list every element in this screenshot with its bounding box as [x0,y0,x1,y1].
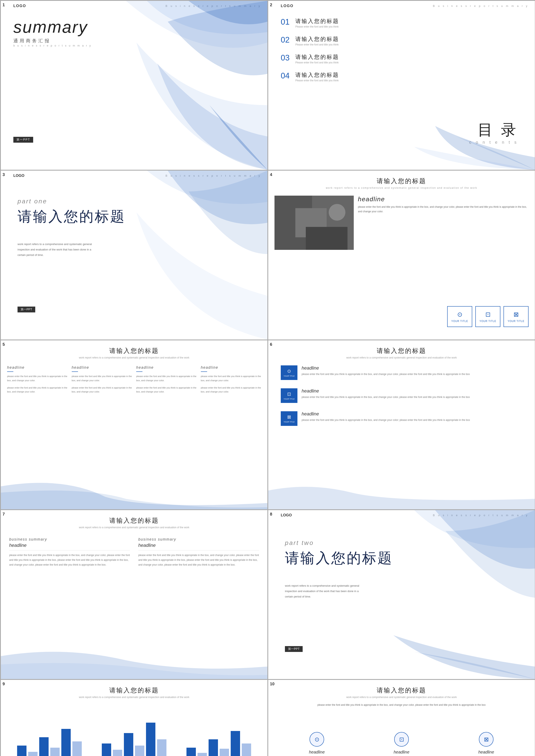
slide5-col1-headline: headline [7,365,68,370]
slide4-icon-1: ⊙ YOUR TITLE [447,306,472,327]
slide9-bar-3-4 [220,749,229,756]
slide4-icon-3: ⊠ YOUR TITLE [503,306,528,327]
slide4-icon-label-1: YOUR TITLE [451,320,468,322]
slide6-row3-text: headline please enter the font and title… [302,411,470,422]
slide2-menu-item-2: 02 请输入您的标题 Please enter the font and tit… [281,36,406,46]
slide5-col-1: headline please enter the font and title… [7,365,68,397]
slide9-title: 请输入您的标题 work report refers to a comprehe… [1,686,268,699]
slide9-barchart-2 [102,707,166,756]
slide-number-6: 6 [270,342,272,347]
slide2-menu-text-4: 请输入您的标题 Please enter the font and title … [296,71,339,82]
slide2-menu-text-1: 请输入您的标题 Please enter the font and title … [296,17,339,28]
slide-number-3: 3 [3,172,5,177]
slide2-menu: 01 请输入您的标题 Please enter the font and tit… [281,17,406,89]
slide6-row3-headline: headline [302,411,470,417]
slide10-title-cn: 请输入您的标题 [268,686,535,695]
slide-9: 9 请输入您的标题 work report refers to a compre… [1,680,268,756]
slide5-col1-text1: please enter the font and title you thin… [7,374,68,383]
slide8-desc: work report refers to a comprehensive an… [285,583,364,600]
slide-10: 10 请输入您的标题 work report refers to a compr… [268,680,535,756]
slide4-icon-sym-1: ⊙ [457,311,463,318]
slide5-col-2: headline please enter the font and title… [72,365,132,397]
slide6-row-1: ⊙ YOUR TITLE headline please enter the f… [281,365,522,380]
slide4-image [274,196,354,250]
slide2-menu-item-4: 04 请输入您的标题 Please enter the font and tit… [281,71,406,82]
slide9-bar-1-4 [50,748,60,756]
slide2-menu-num-3: 03 [281,53,296,62]
slide2-menu-cn-3: 请输入您的标题 [296,53,339,61]
slide9-bar-1-2 [28,752,38,756]
slide-3: 3 LOGO B u s i n e s s r e p o r t s u m… [1,171,268,340]
slide5-col2-divider [72,372,78,372]
slide6-row2-sym: ⊡ [287,391,291,397]
slide9-bar-3-3 [209,739,218,756]
slide6-title: 请输入您的标题 work report refers to a comprehe… [268,347,535,359]
slide4-desc: please enter the font and title you thin… [358,205,528,214]
slide2-menu-en-1: Please enter the font and title you thin… [296,25,339,28]
slide6-row1-headline: headline [302,365,470,371]
slide10-icon-circle-2: ⊡ [394,732,409,747]
slide2-menu-en-4: Please enter the font and title you thin… [296,79,339,82]
slide9-bar-2-1 [102,743,111,756]
slide5-col4-headline: headline [201,365,261,370]
slide2-menu-cn-2: 请输入您的标题 [296,36,339,43]
slide7-col1-summary: business summary [9,537,130,542]
slide6-row1-text: headline please enter the font and title… [302,365,470,376]
slide10-ic-headline-1: headline [309,750,325,755]
slide9-chart-1: headline b u s i n e s s r e p o r t s u… [9,707,90,756]
slide9-bar-1-3 [39,737,49,756]
slide2-mulu: 目 录 c o n t e n t s [469,120,518,145]
slide8-ppt-label: 第一PPT [285,646,303,652]
slide3-desc: work report refers to a comprehensive an… [17,241,97,258]
slide6-row1-sym: ⊙ [287,369,291,374]
slide7-title: 请输入您的标题 work report refers to a comprehe… [1,517,268,529]
slide4-icon-row: ⊙ YOUR TITLE ⊡ YOUR TITLE ⊠ YOUR TITLE [447,306,528,327]
slide1-ppt-label: 第一PPT [14,137,33,143]
slide3-header-subtitle: B u s i n e s s r e p o r t s u m m a r … [166,174,261,177]
slide3-part-label: part one [17,198,47,205]
slide5-col3-divider [136,372,142,372]
slide8-header-subtitle: B u s i n e s s r e p o r t s u m m a r … [433,514,528,517]
slide2-menu-text-2: 请输入您的标题 Please enter the font and title … [296,36,339,46]
slide7-cols: business summary headline please enter t… [9,537,259,567]
slide6-row3-lbl: YOUR TITLE [284,421,295,423]
slide8-header: LOGO B u s i n e s s r e p o r t s u m m… [281,513,528,518]
slide2-menu-cn-4: 请输入您的标题 [296,71,339,79]
slide9-title-cn: 请输入您的标题 [1,686,268,695]
slide4-title-cn: 请输入您的标题 [268,177,535,185]
slide10-title: 请输入您的标题 work report refers to a comprehe… [268,686,535,699]
slide5-col3-text2: please enter the font and title you thin… [136,386,197,394]
slide9-bar-2-2 [113,750,122,756]
slide9-bar-2-5 [146,723,155,756]
slide4-icon-2: ⊡ YOUR TITLE [475,306,500,327]
slide6-row2-icon: ⊡ YOUR TITLE [281,388,297,403]
slide10-title-en: work report refers to a comprehensive an… [268,696,535,699]
slide6-row-3: ⊠ YOUR TITLE headline please enter the f… [281,411,522,426]
slide5-col1-divider [7,372,14,372]
slide-4: 4 请输入您的标题 work report refers to a compre… [268,171,535,340]
slide3-ppt-label: 第一PPT [17,307,35,312]
slide2-menu-num-1: 01 [281,17,296,26]
slide5-col2-text2: please enter the font and title you thin… [72,386,132,394]
slide4-image-placeholder [274,196,354,250]
slide10-ic-headline-3: headline [478,750,494,755]
slide4-icon-label-3: YOUR TITLE [508,320,524,322]
slide6-row3-desc: please enter the font and title you thin… [302,418,470,422]
slide10-icon-circle-1: ⊙ [310,732,324,747]
slide5-col2-text1: please enter the font and title you thin… [72,374,132,383]
slide-number-5: 5 [3,342,5,347]
slide7-title-en: work report refers to a comprehensive an… [1,526,268,529]
slide5-col-3: headline please enter the font and title… [136,365,197,397]
slide-6: 6 请输入您的标题 work report refers to a compre… [268,340,535,509]
slide2-menu-cn-1: 请输入您的标题 [296,17,339,25]
slide7-col-2: business summary headline please enter t… [138,537,259,567]
slide9-chart-2: headline b u s i n e s s r e p o r t s u… [94,707,174,756]
slide10-top-text: please enter the font and title you thin… [281,703,522,707]
slide2-menu-item-1: 01 请输入您的标题 Please enter the font and tit… [281,17,406,28]
slide1-en: b u s i n e s s r e p o r t s u m m a r … [14,44,92,47]
slide-number-10: 10 [270,682,274,686]
slide6-row-2: ⊡ YOUR TITLE headline please enter the f… [281,388,522,403]
slide1-main-title: summary 通用商务汇报 b u s i n e s s r e p o r… [14,17,92,47]
slide8-main-cn: 请输入您的标题 [285,549,393,568]
slide10-icon-cols: ⊙ headline please enter the font and tit… [277,732,526,756]
